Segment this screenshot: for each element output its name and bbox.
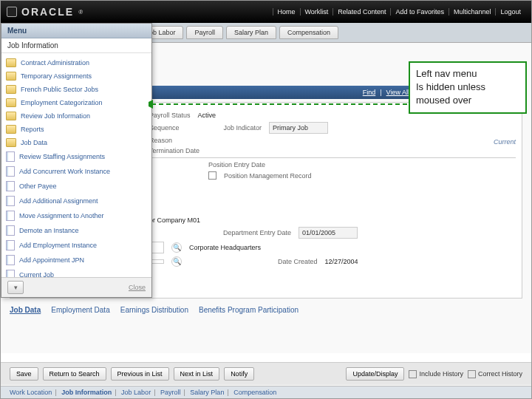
flyout-folder[interactable]: Job Data (1, 136, 151, 149)
tab-payroll[interactable]: Payroll (186, 26, 223, 39)
next-in-list-button[interactable]: Next in List (174, 367, 220, 381)
flyout-folder[interactable]: Review Job Information (1, 109, 151, 123)
registered-mark: ® (78, 9, 83, 16)
grid-view-all[interactable]: View All (386, 89, 409, 96)
flyout-footer: ▾ Close (1, 277, 151, 297)
lookup-icon[interactable]: 🔍 (171, 256, 182, 267)
flyout-item[interactable]: Add Additional Assignment (1, 194, 151, 208)
sub-page-links: Job Data Employment Data Earnings Distri… (10, 306, 522, 314)
product-name: ORACLE (21, 6, 74, 18)
flyout-item[interactable]: Add Concurrent Work Instance (1, 164, 151, 179)
pos-mgmt-label: Position Management Record (224, 172, 312, 180)
flyout-item[interactable]: Add Employment Instance (1, 238, 151, 253)
payroll-status-value: Active (198, 112, 216, 119)
crumb-salary-plan[interactable]: Salary Plan (190, 389, 224, 396)
flyout-folder[interactable]: Employment Categorization (1, 96, 151, 109)
pos-entry-label: Position Entry Date (208, 161, 265, 168)
previous-in-list-button[interactable]: Previous in List (111, 367, 169, 381)
flyout-list: Contract Administration Temporary Assign… (1, 53, 151, 277)
nav-related-content[interactable]: Related Content (332, 8, 390, 16)
logo-icon (7, 7, 17, 17)
flyout-section: Job Information (1, 38, 151, 53)
flyout-folder[interactable]: Temporary Assignments (1, 69, 151, 83)
sublink-job-data[interactable]: Job Data (10, 306, 41, 314)
flyout-item[interactable]: Demote an Instance (1, 223, 151, 238)
pos-mgmt-checkbox[interactable] (208, 171, 216, 180)
flyout-folder[interactable]: French Public Sector Jobs (1, 83, 151, 96)
flyout-item[interactable]: Other Payee (1, 179, 151, 194)
location-desc: Corporate Headquarters (189, 244, 261, 251)
annotation-line2: Is hidden unless (416, 81, 519, 94)
crumb-job-information[interactable]: Job Information (61, 389, 112, 396)
lookup-icon[interactable]: 🔍 (171, 242, 182, 253)
breadcrumb: Work Location| Job Information| Job Labo… (1, 386, 531, 398)
flyout-folder[interactable]: Reports (1, 123, 151, 136)
sublink-benefits-program[interactable]: Benefits Program Participation (199, 306, 299, 314)
flyout-item[interactable]: Add Appointment JPN (1, 253, 151, 267)
product-logo: ORACLE ® (7, 6, 83, 18)
crumb-work-location[interactable]: Work Location (10, 389, 52, 396)
flyout-title: Menu (1, 24, 151, 38)
flyout-dropdown-icon[interactable]: ▾ (7, 281, 24, 294)
crumb-compensation[interactable]: Compensation (233, 389, 276, 396)
sublink-earnings-dist[interactable]: Earnings Distribution (120, 306, 188, 314)
sublink-employment-data[interactable]: Employment Data (51, 306, 109, 314)
flyout-item[interactable]: Review Staffing Assignments (1, 149, 151, 164)
annotation-line1: Left nav menu (416, 67, 519, 81)
update-display-button[interactable]: Update/Display (346, 367, 404, 381)
dept-entry-value: 01/01/2005 (299, 227, 358, 239)
top-nav: Home Worklist Related Content Add to Fav… (273, 8, 526, 16)
job-indicator-label: Job Indicator (224, 124, 262, 132)
reason-label: Reason (149, 137, 172, 144)
date-created-value: 12/27/2004 (325, 258, 358, 265)
flyout-item[interactable]: Current Job (1, 267, 151, 277)
flyout-close[interactable]: Close (129, 284, 146, 291)
return-to-search-button[interactable]: Return to Search (43, 367, 106, 381)
notify-button[interactable]: Notify (224, 367, 254, 381)
date-created-label: Date Created (278, 258, 318, 265)
annotation-callout: Left nav menu Is hidden unless moused ov… (409, 61, 527, 114)
dept-entry-label: Department Entry Date (223, 229, 291, 236)
crumb-payroll[interactable]: Payroll (160, 389, 181, 396)
payroll-status-label: Payroll Status (149, 112, 191, 119)
flyout-item[interactable]: Move Assignment to Another (1, 208, 151, 223)
tab-compensation[interactable]: Compensation (279, 26, 338, 39)
toolbar: Save Return to Search Previous in List N… (1, 362, 531, 385)
job-indicator-value: Primary Job (269, 122, 328, 134)
save-button[interactable]: Save (10, 367, 38, 381)
annotation-line3: moused over (416, 94, 519, 107)
sequence-label: Sequence (149, 124, 180, 132)
crumb-job-labor[interactable]: Job Labor (121, 389, 151, 396)
grid-find[interactable]: Find (363, 89, 376, 96)
nav-multichannel[interactable]: Multichannel (449, 8, 496, 16)
nav-home[interactable]: Home (273, 8, 300, 16)
nav-logout[interactable]: Logout (495, 8, 525, 16)
term-date-label: Termination Date (149, 147, 200, 154)
left-nav-flyout: Menu Job Information Contract Administra… (1, 23, 152, 298)
nav-worklist[interactable]: Worklist (300, 8, 333, 16)
flyout-folder[interactable]: Contract Administration (1, 56, 151, 69)
tab-salary-plan[interactable]: Salary Plan (226, 26, 276, 39)
correct-history[interactable]: Correct History (468, 367, 522, 381)
include-history[interactable]: Include History (409, 367, 463, 381)
current-tag: Current (494, 138, 516, 146)
branding-bar: ORACLE ® Home Worklist Related Content A… (1, 1, 531, 23)
nav-add-favorites[interactable]: Add to Favorites (390, 8, 449, 16)
